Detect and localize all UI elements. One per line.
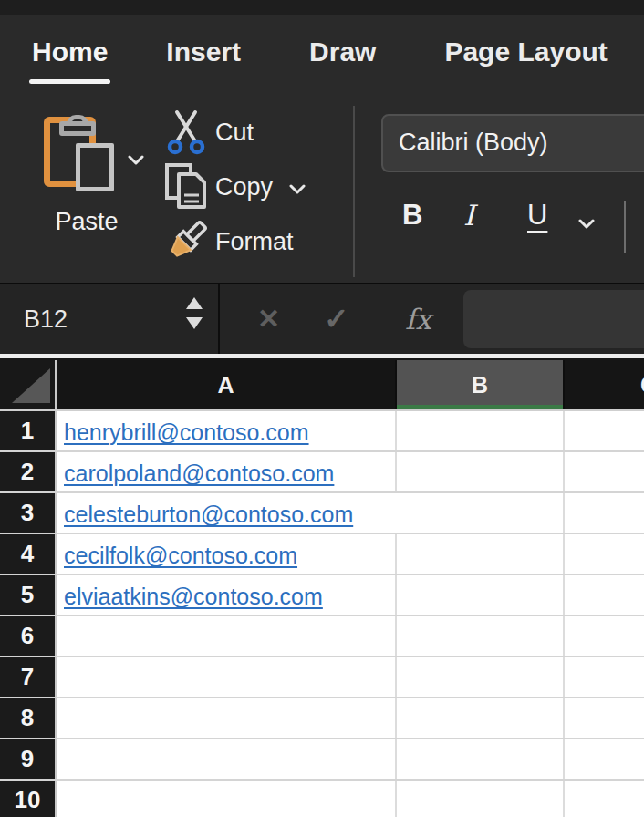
underline-button[interactable]: U xyxy=(527,199,547,232)
table-row: 3 celesteburton@contoso.com xyxy=(0,493,644,534)
column-header-b[interactable]: B xyxy=(397,360,565,409)
tab-page-layout[interactable]: Page Layout xyxy=(444,36,607,67)
spreadsheet-grid: A B C 1 henrybrill@contoso.com 2 carolpo… xyxy=(0,360,644,817)
selected-column-indicator xyxy=(397,405,563,409)
row-header-10[interactable]: 10 xyxy=(0,781,57,817)
cell-a3[interactable]: celesteburton@contoso.com xyxy=(57,493,397,533)
table-row: 1 henrybrill@contoso.com xyxy=(0,411,644,452)
formula-bar-divider xyxy=(218,284,220,354)
email-hyperlink[interactable]: cecilfolk@contoso.com xyxy=(64,543,297,569)
cell-c8[interactable] xyxy=(565,698,644,738)
format-painter-button[interactable]: Format xyxy=(157,217,294,266)
ribbon-tab-bar: Home Insert Draw Page Layout xyxy=(0,15,644,100)
tab-insert[interactable]: Insert xyxy=(166,36,241,67)
cell-a9[interactable] xyxy=(57,739,397,779)
cell-c6[interactable] xyxy=(565,616,644,656)
select-all-button[interactable] xyxy=(0,360,57,409)
cell-c5[interactable] xyxy=(565,575,644,615)
email-hyperlink[interactable]: celesteburton@contoso.com xyxy=(64,502,353,528)
cut-button[interactable]: Cut xyxy=(157,109,254,155)
cell-b2[interactable] xyxy=(397,452,565,491)
cell-a1[interactable]: henrybrill@contoso.com xyxy=(57,411,397,450)
row-header-5[interactable]: 5 xyxy=(0,575,57,615)
paste-paper-icon xyxy=(76,143,114,191)
row-header-6[interactable]: 6 xyxy=(0,616,57,656)
formula-bar: B12 ✕ ✓ fx xyxy=(0,283,644,354)
cell-c1[interactable] xyxy=(565,411,644,450)
font-name-combobox[interactable]: Calibri (Body) xyxy=(381,114,644,172)
cell-b9[interactable] xyxy=(397,739,565,779)
cell-c2[interactable] xyxy=(565,452,644,491)
cell-c4[interactable] xyxy=(565,534,644,574)
cut-label: Cut xyxy=(215,119,254,147)
spinner-down-icon[interactable] xyxy=(186,317,203,329)
copy-label: Copy xyxy=(215,173,273,202)
paste-button[interactable]: Paste xyxy=(36,108,144,253)
cell-c9[interactable] xyxy=(565,739,644,779)
cell-a6[interactable] xyxy=(57,616,397,656)
cancel-entry-icon[interactable]: ✕ xyxy=(257,284,280,354)
font-group-divider xyxy=(624,201,626,253)
name-box-spinner[interactable] xyxy=(186,297,203,329)
cell-b5[interactable] xyxy=(397,575,565,615)
cell-a2[interactable]: carolpoland@contoso.com xyxy=(57,452,397,491)
column-header-a[interactable]: A xyxy=(57,360,397,409)
copy-dropdown-chevron-icon[interactable] xyxy=(289,184,306,195)
bold-button[interactable]: B xyxy=(402,199,422,232)
row-header-1[interactable]: 1 xyxy=(0,411,57,450)
ribbon: Paste Cut Copy xyxy=(0,100,644,283)
titlebar-strip xyxy=(0,0,644,15)
row-header-3[interactable]: 3 xyxy=(0,493,57,533)
paste-dropdown-chevron-icon[interactable] xyxy=(128,155,144,166)
italic-button[interactable]: I xyxy=(463,199,474,232)
select-all-triangle-icon xyxy=(12,368,50,403)
email-hyperlink[interactable]: elviaatkins@contoso.com xyxy=(64,584,323,610)
cell-b6[interactable] xyxy=(397,616,565,656)
font-name-value: Calibri (Body) xyxy=(399,129,548,156)
cell-c10[interactable] xyxy=(565,781,644,817)
formula-input[interactable] xyxy=(463,290,644,348)
table-row: 2 carolpoland@contoso.com xyxy=(0,452,644,493)
copy-button[interactable]: Copy xyxy=(157,162,306,212)
table-row: 5 elviaatkins@contoso.com xyxy=(0,575,644,616)
cell-a5[interactable]: elviaatkins@contoso.com xyxy=(57,575,397,615)
ribbon-group-divider xyxy=(353,106,355,277)
name-box[interactable]: B12 xyxy=(24,284,68,354)
table-row: 6 xyxy=(0,616,644,657)
tab-home[interactable]: Home xyxy=(32,36,108,84)
copy-icon xyxy=(157,162,215,212)
row-header-2[interactable]: 2 xyxy=(0,452,57,491)
row-header-7[interactable]: 7 xyxy=(0,657,57,697)
cell-c7[interactable] xyxy=(565,657,644,697)
table-row: 8 xyxy=(0,698,644,739)
column-header-c[interactable]: C xyxy=(565,360,644,409)
cell-b10[interactable] xyxy=(397,781,565,817)
cell-c3[interactable] xyxy=(565,493,644,533)
row-header-8[interactable]: 8 xyxy=(0,698,57,738)
email-hyperlink[interactable]: carolpoland@contoso.com xyxy=(64,460,334,487)
cell-b7[interactable] xyxy=(397,657,565,697)
row-header-9[interactable]: 9 xyxy=(0,739,57,779)
cell-a10[interactable] xyxy=(57,781,397,817)
cell-b1[interactable] xyxy=(397,411,565,450)
insert-function-icon[interactable]: fx xyxy=(405,284,431,354)
paintbrush-icon xyxy=(157,217,215,266)
email-hyperlink[interactable]: henrybrill@contoso.com xyxy=(64,419,309,446)
active-tab-underline xyxy=(29,79,110,84)
tab-draw[interactable]: Draw xyxy=(309,36,376,67)
row-header-4[interactable]: 4 xyxy=(0,534,57,574)
scissors-icon xyxy=(157,109,215,155)
cell-a8[interactable] xyxy=(57,698,397,738)
column-header-row: A B C xyxy=(0,360,644,411)
spinner-up-icon[interactable] xyxy=(186,297,203,309)
cell-a4[interactable]: cecilfolk@contoso.com xyxy=(57,534,397,574)
underline-dropdown-chevron-icon[interactable] xyxy=(578,219,595,230)
confirm-entry-icon[interactable]: ✓ xyxy=(324,284,349,354)
cell-b8[interactable] xyxy=(397,698,565,738)
table-row: 7 xyxy=(0,657,644,698)
cell-b3[interactable] xyxy=(397,493,565,533)
cell-a7[interactable] xyxy=(57,657,397,697)
table-row: 9 xyxy=(0,739,644,781)
cell-b4[interactable] xyxy=(397,534,565,574)
table-row: 4 cecilfolk@contoso.com xyxy=(0,534,644,575)
